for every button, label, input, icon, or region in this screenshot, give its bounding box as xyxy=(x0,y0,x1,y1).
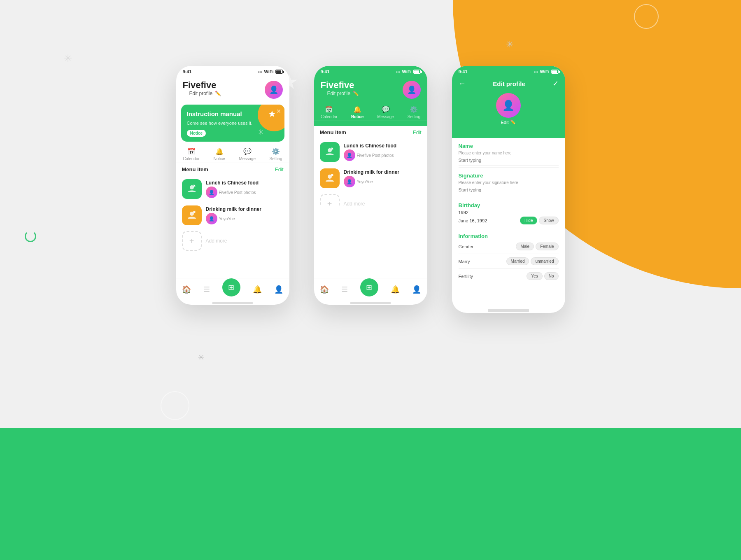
phone3-green-header: 9:41 ▪▪▪ WiFi ← Edit profile ✓ 👤 Edit ✏️ xyxy=(452,66,565,138)
phone3-gender-label: Gender xyxy=(459,244,474,249)
phone3-marry-row: Marry Married unmarried xyxy=(459,256,559,267)
phone2-menu-edit[interactable]: Edit xyxy=(413,130,422,135)
phone1-edit-profile-row[interactable]: Edit profile ✏️ xyxy=(183,91,228,100)
phone1-tab-calendar[interactable]: 📅 Calendar xyxy=(183,147,200,161)
phone3-avatar-edit-label[interactable]: Edit ✏️ xyxy=(501,119,516,125)
phone1-menu-item-sub-1: 👤 Fivefive Post photos xyxy=(206,187,284,198)
phone1-app-title-group: Fivefive Edit profile ✏️ xyxy=(183,80,228,100)
phone3-yes-btn[interactable]: Yes xyxy=(527,272,542,280)
phone1-add-more[interactable]: + Add more xyxy=(182,229,284,253)
phone2-menu-item-title-1: Lunch is Chinese food xyxy=(344,143,422,149)
banner-close-icon[interactable]: ✕ xyxy=(276,108,281,114)
phone3-status-icons: ▪▪▪ WiFi xyxy=(534,69,559,74)
phone1-menu-edit[interactable]: Edit xyxy=(275,167,284,173)
phone1-menu-icon-1 xyxy=(182,179,202,199)
phone2-menu-item-2[interactable]: Drinking milk for dinner 👤 YoyoYue xyxy=(320,165,422,191)
phone1-menu-item-title-1: Lunch is Chinese food xyxy=(206,180,284,186)
phone1-home-icon[interactable]: 🏠 xyxy=(182,285,191,294)
phone1-list-icon[interactable]: ☰ xyxy=(203,285,210,294)
phone2-nav-tabs: 📅 Calendar 🔔 Notice 💬 Message ⚙️ Setting xyxy=(314,102,427,121)
phone2-status-bar: 9:41 ▪▪▪ WiFi xyxy=(314,66,427,76)
phone2-edit-profile-row[interactable]: Edit profile ✏️ xyxy=(321,91,366,100)
phone2-avatar[interactable]: 👤 xyxy=(403,81,421,99)
phone3-gender-toggle: Male Female xyxy=(516,243,558,250)
phone1-tab-message[interactable]: 💬 Message xyxy=(239,147,256,161)
phone2-bell-icon[interactable]: 🔔 xyxy=(391,285,400,294)
phone2-tab-notice[interactable]: 🔔 Notice xyxy=(351,105,364,119)
notice-icon: 🔔 xyxy=(215,147,224,155)
phone1-tab-notice[interactable]: 🔔 Notice xyxy=(213,147,225,161)
phone1-center-btn[interactable]: ⊞ xyxy=(222,278,240,296)
phone3-female-btn[interactable]: Female xyxy=(536,243,558,250)
phone3-married-btn[interactable]: Married xyxy=(506,257,529,265)
phone3-status-bar: 9:41 ▪▪▪ WiFi xyxy=(452,66,565,76)
phone1-bell-icon[interactable]: 🔔 xyxy=(253,285,262,294)
phone2-menu-item-1[interactable]: Lunch is Chinese food 👤 Fivefive Post ph… xyxy=(320,139,422,165)
phone2-menu-info-1: Lunch is Chinese food 👤 Fivefive Post ph… xyxy=(344,143,422,161)
phone3-home-indicator xyxy=(488,309,529,312)
phone2-green-header: 9:41 ▪▪▪ WiFi Fivefive Edit profile ✏️ 👤 xyxy=(314,66,427,126)
divider-2 xyxy=(459,197,559,197)
phone2-edit-profile-label: Edit profile xyxy=(327,91,351,96)
decorative-snowflake-1: ✳ xyxy=(64,54,72,63)
phone3-header-title: Edit profile xyxy=(493,80,525,87)
wifi-icon: WiFi xyxy=(264,69,273,74)
phone2-menu-item-title-2: Drinking milk for dinner xyxy=(344,169,422,175)
phone2-time: 9:41 xyxy=(321,69,330,74)
svg-point-1 xyxy=(190,212,194,216)
phones-container: 9:41 ▪▪▪ WiFi Fivefive Edit profile ✏️ 👤… xyxy=(49,66,692,313)
phone1-user-icon[interactable]: 👤 xyxy=(274,285,283,294)
phone2-tab-setting[interactable]: ⚙️ Setting xyxy=(408,105,420,119)
phone2-list-icon[interactable]: ☰ xyxy=(341,285,348,294)
phone2-wifi-icon: WiFi xyxy=(402,69,411,74)
phone3-male-btn[interactable]: Male xyxy=(516,243,534,250)
phone3-back-icon[interactable]: ← xyxy=(459,79,466,88)
phone2-app-title-group: Fivefive Edit profile ✏️ xyxy=(321,80,366,100)
phone2-user-icon[interactable]: 👤 xyxy=(412,285,421,294)
phone3-signature-input[interactable] xyxy=(459,186,559,195)
phone3-birthday-year: 1992 xyxy=(459,210,559,215)
phone1-menu-item-2[interactable]: Drinking milk for dinner 👤 YoyoYue xyxy=(182,202,284,229)
phone2-battery-icon xyxy=(413,70,421,74)
phone3: 9:41 ▪▪▪ WiFi ← Edit profile ✓ 👤 Edit ✏️ xyxy=(452,66,565,313)
phone2-add-more[interactable]: + Add more xyxy=(320,191,422,205)
bg-green-bottom xyxy=(0,428,741,560)
phone3-name-hint: Please enter your name here xyxy=(459,151,559,155)
phone1-menu-title: Menu item xyxy=(182,166,208,173)
phone1-menu-info-1: Lunch is Chinese food 👤 Fivefive Post ph… xyxy=(206,180,284,198)
phone3-hide-btn[interactable]: Hide xyxy=(520,217,538,224)
phone2-center-btn[interactable]: ⊞ xyxy=(360,278,378,296)
phone2-message-icon: 💬 xyxy=(382,105,390,113)
phone2-tab-calendar-label: Calendar xyxy=(321,114,338,119)
phone2-menu-item-sub-1: 👤 Fivefive Post photos xyxy=(344,149,422,161)
phone3-name-input[interactable] xyxy=(459,156,559,166)
phone1-tab-setting[interactable]: ⚙️ Setting xyxy=(270,147,282,161)
phone3-check-icon[interactable]: ✓ xyxy=(552,79,559,88)
phone2-sub-avatar-1: 👤 xyxy=(344,149,355,161)
phone3-show-btn[interactable]: Show xyxy=(539,217,558,224)
phone3-birthday-section-title: Birthday xyxy=(459,202,559,208)
decorative-spinner-left xyxy=(25,231,36,242)
phone2-signal-icon: ▪▪▪ xyxy=(396,70,401,74)
banner-notice-badge: Notice xyxy=(187,130,206,137)
decorative-circle-top-right xyxy=(634,4,659,29)
phone3-no-btn[interactable]: No xyxy=(544,272,559,280)
svg-point-3 xyxy=(328,175,332,179)
phone3-fertility-toggle: Yes No xyxy=(527,272,558,280)
phone2-add-more-text: Add more xyxy=(344,201,365,205)
phone2-tab-message[interactable]: 💬 Message xyxy=(377,105,394,119)
phone1-menu-item-title-2: Drinking milk for dinner xyxy=(206,206,284,212)
setting-icon: ⚙️ xyxy=(272,147,280,155)
phone3-unmarried-btn[interactable]: unmarried xyxy=(531,257,558,265)
phone2-menu-icon-2 xyxy=(320,168,340,188)
phone2-menu-title: Menu item xyxy=(320,129,346,135)
phone2-tab-calendar[interactable]: 📅 Calendar xyxy=(321,105,338,119)
phone3-avatar[interactable]: 👤 xyxy=(496,93,521,118)
phone2-home-icon[interactable]: 🏠 xyxy=(320,285,329,294)
divider-5 xyxy=(459,268,559,269)
phone2-menu-svg-2 xyxy=(324,173,336,184)
phone1: 9:41 ▪▪▪ WiFi Fivefive Edit profile ✏️ 👤… xyxy=(176,66,289,305)
phone1-avatar[interactable]: 👤 xyxy=(265,81,283,99)
phone1-menu-item-1[interactable]: Lunch is Chinese food 👤 Fivefive Post ph… xyxy=(182,176,284,202)
phone1-sub-avatar-2: 👤 xyxy=(206,213,217,224)
